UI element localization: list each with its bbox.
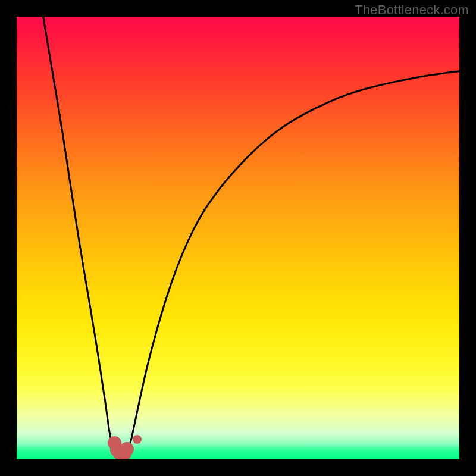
- curve-left-branch: [43, 17, 114, 450]
- watermark-text: TheBottleneck.com: [355, 2, 469, 18]
- curve-minimum-marker: [133, 435, 142, 444]
- bottleneck-curve: [17, 17, 459, 459]
- curve-right-branch: [131, 71, 459, 437]
- plot-area: [17, 17, 459, 459]
- outer-frame: TheBottleneck.com: [0, 0, 476, 476]
- curve-minimum-marker: [120, 442, 134, 456]
